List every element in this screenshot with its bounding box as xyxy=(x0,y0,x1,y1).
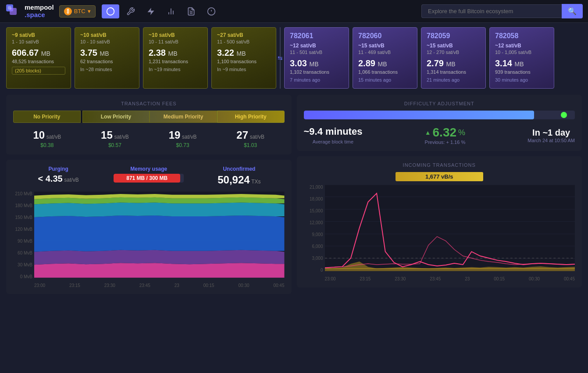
incoming-chart-svg xyxy=(325,185,575,271)
fee-num-3: 27 xyxy=(236,129,248,141)
mempool-blocks: ~9 sat/vB 1 - 10 sat/vB 606.67 MB 48,525… xyxy=(6,27,276,89)
fee-usd-2: $0.73 xyxy=(149,142,217,148)
search-input[interactable] xyxy=(421,4,562,18)
recent-txs-3: 939 transactions xyxy=(495,69,549,75)
fee-value-0: 10 sat/vB $0.38 xyxy=(13,129,81,148)
fee-value-2: 19 sat/vB $0.73 xyxy=(149,129,217,148)
extra-0: (205 blocks) xyxy=(12,67,65,75)
nav-dashboard[interactable] xyxy=(102,4,119,18)
txs-3: 1,100 transactions xyxy=(217,59,271,64)
recent-size-1: 2.89 MB xyxy=(358,58,412,68)
mempool-block-0[interactable]: ~9 sat/vB 1 - 10 sat/vB 606.67 MB 48,525… xyxy=(6,27,71,89)
blocks-row: ~9 sat/vB 1 - 10 sat/vB 606.67 MB 48,525… xyxy=(6,27,582,89)
fee-rate-1: ~10 sat/vB xyxy=(80,32,134,38)
recent-fee-range-0: 11 - 501 sat/vB xyxy=(290,50,343,55)
memory-fill: 871 MB / 300 MB xyxy=(114,174,180,183)
recent-block-3[interactable]: 782058 ~12 sat/vB 10 - 1,005 sat/vB 3.14… xyxy=(489,27,554,89)
recent-fee-rate-1: ~15 sat/vB xyxy=(358,43,412,49)
search-button[interactable]: 🔍 xyxy=(562,4,583,18)
recent-size-0: 3.03 MB xyxy=(290,58,343,68)
recent-time-1: 15 minutes ago xyxy=(358,77,412,82)
purging-unit: sat/vB xyxy=(64,177,78,183)
unconfirmed-value: 50,924 xyxy=(217,174,249,186)
fee-priority-row: No Priority Low Priority Medium Priority… xyxy=(13,111,285,123)
btc-icon: ₿ xyxy=(64,7,72,15)
logo-icon xyxy=(5,4,21,19)
transaction-fees-panel: TRANSACTION FEES No Priority Low Priorit… xyxy=(6,95,292,154)
purging-label: Purging xyxy=(13,166,103,172)
btc-dropdown[interactable]: ₿ BTC ▾ xyxy=(59,5,96,18)
difficulty-progress-bar xyxy=(304,111,575,119)
svg-marker-25 xyxy=(34,203,285,217)
eta-value: In ~1 day xyxy=(527,128,575,138)
mempool-block-3[interactable]: ~27 sat/vB 11 - 500 sat/vB 3.22 MB 1,100… xyxy=(211,27,276,89)
mempool-status-panel: Purging < 4.35 sat/vB Memory usage 871 M… xyxy=(6,160,292,294)
fee-unit-1: sat/vB xyxy=(114,134,128,140)
fee-rate-2: ~10 sat/vB xyxy=(149,32,202,38)
unconfirmed-stat: Unconfirmed 50,924 TXs xyxy=(194,166,284,186)
fee-range-3: 11 - 500 sat/vB xyxy=(217,39,271,44)
eta-date: March 24 at 10:50 AM xyxy=(527,138,575,143)
size-2: 2.38 MB xyxy=(149,48,202,58)
size-0: 606.67 MB xyxy=(12,48,65,58)
difficulty-dot xyxy=(561,112,567,118)
svg-rect-2 xyxy=(8,6,11,10)
memory-stat: Memory usage 871 MB / 300 MB xyxy=(103,166,194,186)
block-number-2: 782059 xyxy=(427,32,480,40)
difficulty-title: DIFFICULTY ADJUSTMENT xyxy=(304,101,575,106)
fee-num-2: 19 xyxy=(169,129,181,141)
svg-marker-24 xyxy=(34,215,285,252)
recent-block-0[interactable]: 782061 ~12 sat/vB 11 - 501 sat/vB 3.03 M… xyxy=(284,27,349,89)
recent-size-3: 3.14 MB xyxy=(495,58,549,68)
main-content: ~9 sat/vB 1 - 10 sat/vB 606.67 MB 48,525… xyxy=(0,23,588,298)
recent-time-2: 21 minutes ago xyxy=(427,77,480,82)
priority-no-btn[interactable]: No Priority xyxy=(13,111,81,123)
btc-label: BTC xyxy=(74,8,86,14)
left-column: TRANSACTION FEES No Priority Low Priorit… xyxy=(6,95,292,294)
nav-tools[interactable] xyxy=(122,4,139,18)
prev-pct: + 1.16 % xyxy=(446,140,465,145)
priority-low-btn[interactable]: Low Priority xyxy=(82,111,150,123)
unconfirmed-value-container: 50,924 TXs xyxy=(194,174,284,186)
mempool-chart: 210 MvB 180 MvB 150 MvB 120 MvB 90 MvB 6… xyxy=(13,191,285,288)
time-3: In ~9 minutes xyxy=(217,67,271,72)
nav-charts[interactable] xyxy=(162,4,180,18)
incoming-chart-y-labels: 21,000 18,000 15,000 12,000 9,000 6,000 … xyxy=(304,185,325,273)
nav-docs[interactable] xyxy=(182,4,200,18)
size-3: 3.22 MB xyxy=(217,48,271,58)
svg-marker-4 xyxy=(147,7,154,15)
difficulty-fill xyxy=(304,111,535,119)
right-column: DIFFICULTY ADJUSTMENT ~9.4 minutes Avera… xyxy=(297,95,582,294)
chart-x-labels: 23:00 23:15 23:30 23:45 23 00:15 00:30 0… xyxy=(34,283,285,288)
mempool-block-2[interactable]: ~10 sat/vB 10 - 11 sat/vB 2.38 MB 1,231 … xyxy=(143,27,208,89)
purging-stat: Purging < 4.35 sat/vB xyxy=(13,166,103,186)
priority-high-btn[interactable]: High Priority xyxy=(217,111,285,123)
recent-txs-2: 1,314 transactions xyxy=(427,69,480,75)
priority-med-btn[interactable]: Medium Priority xyxy=(150,111,217,123)
change-value: 6.32 xyxy=(433,126,457,140)
memory-bar: 871 MB / 300 MB xyxy=(114,174,184,183)
navbar: mempool .space ₿ BTC ▾ 🔍 xyxy=(0,0,588,23)
nav-about[interactable] xyxy=(203,4,220,18)
logo-space: .space xyxy=(25,11,54,19)
btc-chevron: ▾ xyxy=(88,8,91,14)
recent-block-1[interactable]: 782060 ~15 sat/vB 11 - 469 sat/vB 2.89 M… xyxy=(353,27,417,89)
recent-fee-range-1: 11 - 469 sat/vB xyxy=(358,50,412,55)
mempool-stats: Purging < 4.35 sat/vB Memory usage 871 M… xyxy=(13,166,285,186)
fee-unit-0: sat/vB xyxy=(46,134,61,140)
nav-lightning[interactable] xyxy=(142,4,160,18)
recent-time-0: 7 minutes ago xyxy=(290,77,343,82)
recent-block-2[interactable]: 782059 ~15 sat/vB 12 - 270 sat/vB 2.79 M… xyxy=(421,27,486,89)
block-number-1: 782060 xyxy=(358,32,412,40)
recent-fee-range-2: 12 - 270 sat/vB xyxy=(427,50,480,55)
txs-2: 1,231 transactions xyxy=(149,59,202,64)
difficulty-panel: DIFFICULTY ADJUSTMENT ~9.4 minutes Avera… xyxy=(297,95,582,151)
mempool-block-1[interactable]: ~10 sat/vB 10 - 10 sat/vB 3.75 MB 62 tra… xyxy=(75,27,139,89)
fee-usd-0: $0.38 xyxy=(13,142,81,148)
recent-fee-rate-3: ~12 sat/vB xyxy=(495,43,549,49)
incoming-tx-title: Incoming transactions xyxy=(304,162,575,168)
fee-value-3: 27 sat/vB $1.03 xyxy=(217,129,285,148)
txs-0: 48,525 transactions xyxy=(12,59,65,64)
logo[interactable]: mempool .space xyxy=(5,4,54,19)
incoming-tx-panel: Incoming transactions 1,677 vB/s 21,000 … xyxy=(297,156,582,287)
